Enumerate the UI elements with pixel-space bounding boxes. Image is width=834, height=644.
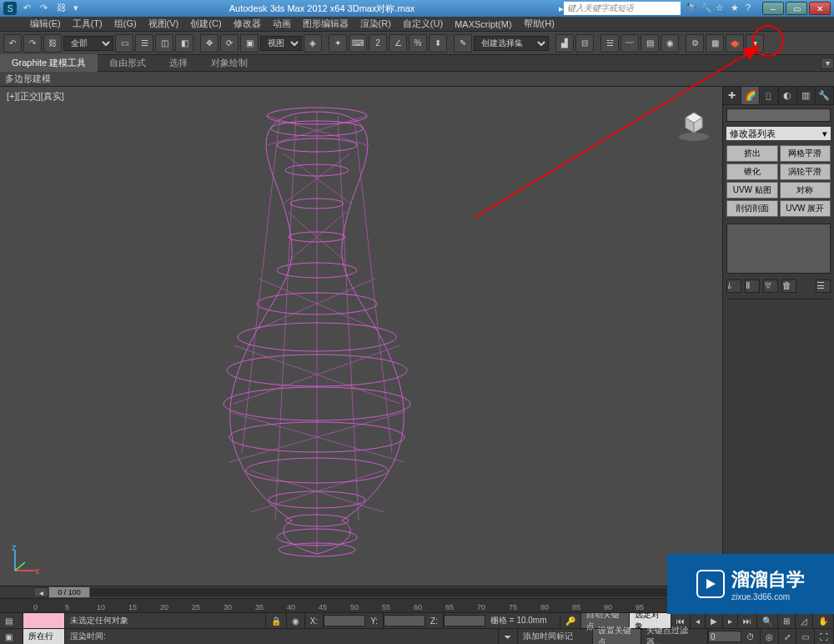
- material-editor-button[interactable]: ◉: [661, 34, 679, 53]
- mod-slice-button[interactable]: 剖切剖面: [726, 200, 778, 217]
- tab-hierarchy-icon[interactable]: ⌷: [760, 87, 778, 104]
- make-unique-button[interactable]: ⩔: [763, 279, 778, 293]
- qat-dropdown-icon[interactable]: ▾: [73, 3, 85, 14]
- play-button[interactable]: ▶: [706, 613, 723, 628]
- nav-zoom-button[interactable]: 🔍: [757, 613, 778, 628]
- maxscript-mini-listener[interactable]: [23, 613, 65, 628]
- menu-animation[interactable]: 动画: [268, 16, 296, 32]
- link-button[interactable]: ⛓: [43, 34, 62, 53]
- tab-display-icon[interactable]: ▥: [797, 87, 816, 104]
- star-icon[interactable]: ☆: [716, 3, 727, 14]
- refcoord-dropdown[interactable]: 视图: [260, 36, 302, 51]
- nav-zoomext-button[interactable]: ⤢: [779, 629, 796, 644]
- mod-turbosmooth-button[interactable]: 涡轮平滑: [780, 164, 831, 180]
- script-listener-button[interactable]: ▤: [0, 613, 23, 628]
- key-filters-button[interactable]: 关键点过滤器...: [641, 629, 708, 644]
- tab-utilities-icon[interactable]: 🔧: [816, 87, 834, 104]
- render-production-button[interactable]: 🫖: [726, 34, 744, 53]
- spinner-snap-button[interactable]: ⬍: [429, 34, 447, 53]
- mod-taper-button[interactable]: 锥化: [726, 164, 778, 180]
- viewport[interactable]: [+][正交][真实]: [0, 87, 722, 586]
- manipulate-button[interactable]: ✦: [329, 34, 347, 53]
- selection-filter-dropdown[interactable]: 全部: [63, 36, 113, 51]
- mod-symmetry-button[interactable]: 对称: [780, 182, 831, 199]
- remove-modifier-button[interactable]: 🗑: [781, 279, 796, 293]
- key-mode-button[interactable]: 🔑: [560, 613, 581, 628]
- play-end-button[interactable]: ⏭: [738, 613, 757, 628]
- snap-2d-button[interactable]: 2: [369, 34, 387, 53]
- ribbon-panel-label[interactable]: 多边形建模: [5, 73, 51, 85]
- set-key-button[interactable]: 设置关键点: [593, 629, 641, 644]
- schematic-view-button[interactable]: ▤: [641, 34, 659, 53]
- menu-maxscript[interactable]: MAXScript(M): [450, 18, 516, 31]
- menu-tools[interactable]: 工具(T): [68, 16, 108, 32]
- named-selection-dropdown[interactable]: 创建选择集: [474, 36, 549, 51]
- script-rec-button[interactable]: ▣: [0, 629, 23, 644]
- time-slider-thumb[interactable]: 0 / 100: [48, 586, 90, 598]
- maximize-button[interactable]: ▭: [786, 2, 807, 15]
- time-tag-button[interactable]: ⏷: [499, 629, 518, 644]
- play-next-button[interactable]: ▸: [723, 613, 738, 628]
- nav-region-button[interactable]: ▭: [796, 629, 815, 644]
- coord-x-input[interactable]: [324, 615, 365, 626]
- snap-percent-button[interactable]: %: [409, 34, 427, 53]
- menu-create[interactable]: 创建(C): [185, 16, 226, 32]
- configure-sets-button[interactable]: ☰: [816, 279, 831, 293]
- qat-undo-icon[interactable]: ↶: [23, 3, 35, 14]
- vase-wireframe[interactable]: [150, 103, 484, 571]
- menu-group[interactable]: 组(G): [109, 16, 142, 32]
- location-field[interactable]: 所在行: [23, 629, 65, 644]
- menu-customize[interactable]: 自定义(U): [398, 16, 448, 32]
- wrench-icon[interactable]: 🔧: [701, 3, 712, 14]
- tab-create-icon[interactable]: ✚: [723, 87, 741, 104]
- tab-motion-icon[interactable]: ◐: [779, 87, 797, 104]
- redo-button[interactable]: ↷: [23, 34, 42, 53]
- move-button[interactable]: ✥: [200, 34, 219, 53]
- binoculars-icon[interactable]: 🔭: [686, 3, 697, 14]
- mod-uvwmap-button[interactable]: UVW 贴图: [726, 182, 778, 199]
- ribbon-tab-freeform[interactable]: 自由形式: [98, 54, 158, 72]
- mirror-button[interactable]: ▟: [555, 34, 574, 53]
- mod-extrude-button[interactable]: 挤出: [726, 145, 778, 162]
- minimize-button[interactable]: –: [762, 2, 784, 15]
- add-time-tag-button[interactable]: 添加时间标记: [518, 629, 593, 644]
- tab-modify-icon[interactable]: 🌈: [741, 87, 760, 104]
- nav-pan-button[interactable]: ✋: [813, 613, 834, 628]
- menu-grapheditors[interactable]: 图形编辑器: [298, 16, 354, 32]
- undo-button[interactable]: ↶: [3, 34, 22, 53]
- timeline-prev-button[interactable]: ◂: [33, 587, 48, 597]
- mod-uvwunwrap-button[interactable]: UVW 展开: [780, 200, 831, 217]
- menu-edit[interactable]: 编辑(E): [25, 16, 66, 32]
- viewport-label[interactable]: [+][正交][真实]: [7, 90, 64, 103]
- render-iterative-button[interactable]: ▾: [746, 34, 764, 53]
- close-button[interactable]: ✕: [809, 2, 831, 15]
- viewcube-icon[interactable]: [676, 107, 712, 143]
- ribbon-tab-objectpaint[interactable]: 对象绘制: [199, 54, 259, 72]
- mod-meshsmooth-button[interactable]: 网格平滑: [780, 145, 831, 162]
- app-logo-icon[interactable]: S: [3, 2, 17, 15]
- nav-maximize-button[interactable]: ⛶: [815, 629, 834, 644]
- snap-angle-button[interactable]: ∠: [389, 34, 407, 53]
- nav-orbit-button[interactable]: ◎: [761, 629, 779, 644]
- object-name-input[interactable]: [726, 108, 831, 122]
- coord-y-input[interactable]: [384, 615, 425, 626]
- select-region-button[interactable]: ◫: [155, 34, 173, 53]
- align-button[interactable]: ⊟: [575, 34, 594, 53]
- keyboard-shortcut-button[interactable]: ⌨: [349, 34, 367, 53]
- coord-z-input[interactable]: [444, 615, 485, 626]
- menu-help[interactable]: 帮助(H): [519, 16, 560, 32]
- current-frame-input[interactable]: [708, 631, 741, 642]
- modifier-stack[interactable]: [726, 224, 831, 274]
- window-crossing-button[interactable]: ◧: [175, 34, 193, 53]
- select-object-button[interactable]: ▭: [115, 34, 133, 53]
- modifier-list-dropdown[interactable]: 修改器列表 ▾: [726, 127, 831, 140]
- time-config-button[interactable]: ⏱: [741, 629, 761, 644]
- nav-zoomall-button[interactable]: ⊞: [778, 613, 796, 628]
- isolate-button[interactable]: ◉: [287, 613, 305, 628]
- render-setup-button[interactable]: ⚙: [686, 34, 704, 53]
- use-center-button[interactable]: ◈: [304, 34, 322, 53]
- help-icon[interactable]: ?: [746, 3, 757, 14]
- ribbon-expand-button[interactable]: ▾: [821, 58, 834, 69]
- select-name-button[interactable]: ☰: [135, 34, 153, 53]
- menu-views[interactable]: 视图(V): [143, 16, 184, 32]
